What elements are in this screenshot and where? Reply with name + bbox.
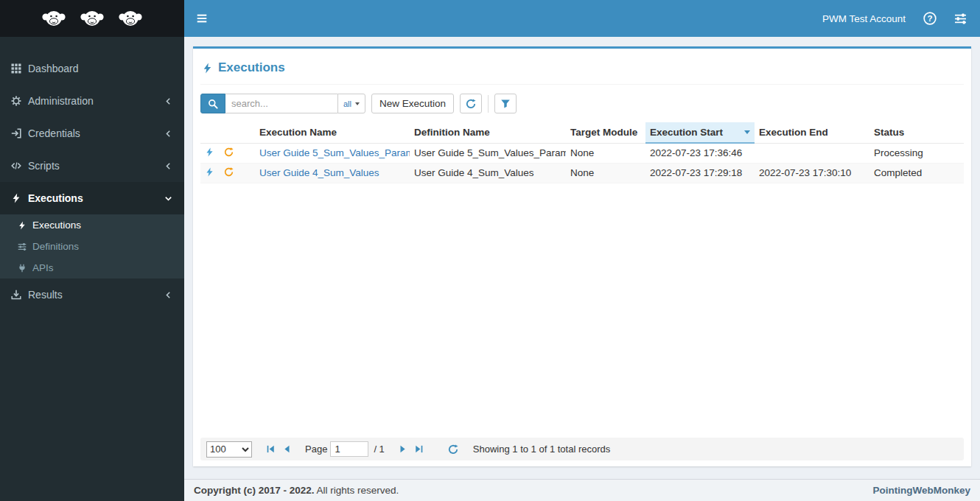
column-status[interactable]: Status: [869, 122, 964, 143]
sidebar-item-executions[interactable]: Executions: [0, 182, 184, 214]
search-scope-label: all: [343, 99, 351, 108]
logo[interactable]: [0, 0, 184, 37]
execution-start-cell: 2022-07-23 17:29:18: [645, 163, 755, 183]
column-execution-name[interactable]: Execution Name: [255, 122, 410, 143]
pagination-bar: 100 Page / 1 Showing 1 to 1 of 1 total r…: [200, 438, 964, 460]
new-execution-button[interactable]: New Execution: [371, 94, 454, 113]
target-module-cell: None: [566, 143, 645, 163]
refresh-execution-icon[interactable]: [224, 167, 234, 177]
submenu-item-apis[interactable]: APIs: [0, 257, 184, 278]
code-icon: [11, 161, 21, 171]
sidebar: Dashboard Administration Credentials Scr…: [0, 37, 184, 501]
filter-button[interactable]: [494, 94, 517, 113]
search-button[interactable]: [200, 94, 225, 113]
execution-name-link[interactable]: User Guide 5_Sum_Values_Param: [259, 147, 410, 158]
refresh-icon: [448, 444, 458, 455]
first-page-icon: [266, 444, 276, 454]
sliders-icon: [954, 13, 967, 25]
chevron-left-icon: [164, 161, 173, 171]
top-navbar: PWM Test Account: [184, 0, 980, 37]
table-row: User Guide 5_Sum_Values_Param User Guide…: [200, 143, 964, 163]
search-input[interactable]: [225, 94, 337, 113]
grid-icon: [11, 63, 21, 74]
run-execution-icon[interactable]: [205, 147, 214, 157]
executions-submenu: Executions Definitions APIs: [0, 214, 184, 278]
previous-page-button[interactable]: [279, 444, 295, 454]
bolt-icon: [18, 221, 27, 230]
sidebar-item-credentials[interactable]: Credentials: [0, 117, 184, 150]
column-definition-name[interactable]: Definition Name: [410, 122, 566, 143]
sidebar-item-label: Results: [28, 289, 63, 301]
sidebar-item-label: Scripts: [28, 160, 60, 172]
chevron-left-icon: [164, 97, 173, 106]
caret-down-icon: [355, 102, 360, 105]
sidebar-item-administration[interactable]: Administration: [0, 85, 184, 117]
first-page-button[interactable]: [262, 444, 279, 454]
execution-name-link[interactable]: User Guide 4_Sum_Values: [259, 167, 379, 178]
sign-in-icon: [11, 128, 21, 139]
bolt-icon: [202, 63, 213, 74]
page-number-input[interactable]: [330, 441, 368, 457]
main-header: PWM Test Account: [0, 0, 980, 37]
download-icon: [11, 290, 21, 300]
sidebar-toggle-button[interactable]: [184, 0, 220, 37]
search-group: all: [200, 94, 365, 113]
last-page-button[interactable]: [411, 444, 427, 454]
column-run-action: [200, 122, 220, 143]
page-size-select[interactable]: 100: [206, 441, 252, 458]
next-page-button[interactable]: [395, 444, 411, 454]
status-cell: Processing: [869, 143, 964, 163]
records-summary: Showing 1 to 1 of 1 total records: [473, 444, 610, 455]
sidebar-item-scripts[interactable]: Scripts: [0, 150, 184, 182]
next-page-icon: [398, 444, 407, 454]
execution-end-cell: [755, 143, 869, 163]
chevron-left-icon: [164, 129, 173, 139]
column-target-module[interactable]: Target Module: [566, 122, 645, 143]
sliders-icon: [18, 242, 27, 251]
sidebar-item-dashboard[interactable]: Dashboard: [0, 52, 184, 85]
page-label: Page: [305, 444, 327, 455]
sidebar-item-label: Executions: [28, 192, 83, 204]
sidebar-item-label: Administration: [28, 95, 94, 107]
column-execution-end[interactable]: Execution End: [755, 122, 869, 143]
table-row: User Guide 4_Sum_Values User Guide 4_Sum…: [200, 163, 964, 183]
page-title: Executions: [200, 49, 964, 85]
refresh-icon: [466, 99, 476, 109]
column-execution-start[interactable]: Execution Start: [645, 122, 755, 143]
definition-name-cell: User Guide 4_Sum_Values: [410, 163, 566, 183]
refresh-execution-icon[interactable]: [224, 147, 234, 157]
run-execution-icon[interactable]: [205, 167, 214, 177]
execution-start-cell: 2022-07-23 17:36:46: [645, 143, 755, 163]
settings-button[interactable]: [954, 13, 967, 25]
sidebar-item-label: Credentials: [28, 127, 80, 139]
table-header-row: Execution Name Definition Name Target Mo…: [200, 122, 964, 143]
help-button[interactable]: [923, 12, 937, 25]
executions-panel: Executions all New Execution: [193, 46, 971, 466]
submenu-item-definitions[interactable]: Definitions: [0, 236, 184, 257]
status-cell: Completed: [869, 163, 964, 183]
search-icon: [208, 99, 218, 109]
column-label: Execution Start: [650, 127, 723, 138]
account-menu[interactable]: PWM Test Account: [822, 13, 906, 24]
sidebar-item-results[interactable]: Results: [0, 278, 184, 311]
refresh-table-button[interactable]: [445, 444, 461, 455]
search-scope-dropdown[interactable]: all: [337, 94, 365, 113]
bolt-icon: [11, 193, 21, 203]
main-footer: Copyright (c) 2017 - 2022. All rights re…: [184, 479, 980, 501]
copyright-rest: All rights reserved.: [317, 485, 399, 496]
previous-page-icon: [282, 444, 292, 454]
help-circle-icon: [923, 12, 937, 25]
toolbar-divider: [488, 95, 489, 113]
page-title-text: Executions: [218, 60, 285, 75]
chevron-left-icon: [164, 290, 173, 300]
executions-table: Execution Name Definition Name Target Mo…: [200, 122, 964, 183]
brand-name: PointingWebMonkey: [872, 485, 970, 496]
gear-icon: [11, 96, 21, 106]
submenu-item-executions[interactable]: Executions: [0, 214, 184, 236]
plug-icon: [18, 264, 27, 273]
sort-desc-icon: [744, 130, 750, 134]
column-refresh-action: [220, 122, 255, 143]
refresh-list-button[interactable]: [460, 94, 482, 113]
toolbar: all New Execution: [200, 85, 964, 116]
sidebar-item-label: Dashboard: [28, 63, 79, 74]
